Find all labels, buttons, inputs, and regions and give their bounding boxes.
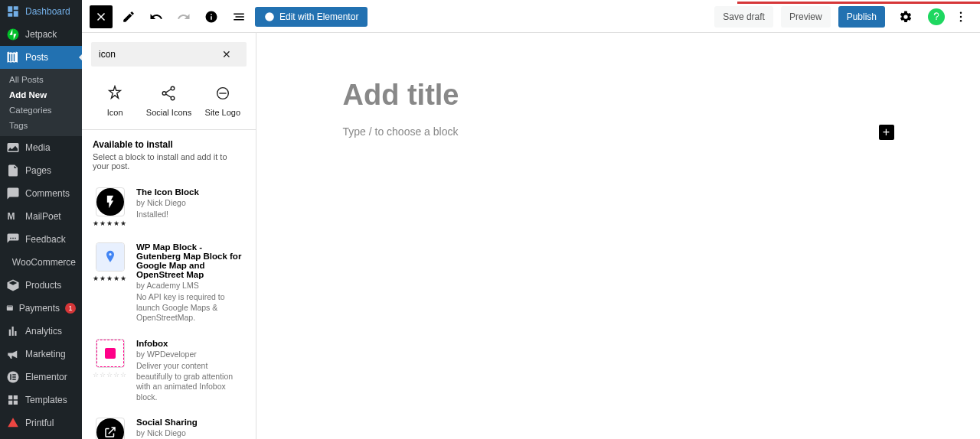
sidebar-label: Feedback: [25, 234, 66, 245]
sidebar-label: Products: [25, 280, 61, 291]
sub-item-tags[interactable]: Tags: [0, 118, 82, 133]
svg-point-11: [960, 20, 962, 21]
svg-point-14: [172, 96, 175, 100]
sub-item-categories[interactable]: Categories: [0, 102, 82, 118]
sub-item-all-posts[interactable]: All Posts: [0, 72, 82, 87]
add-block-button[interactable]: +: [879, 125, 894, 140]
post-title-input[interactable]: Add title: [343, 79, 894, 112]
block-label: Icon: [107, 108, 123, 117]
plugin-title: WP Map Block - Gutenberg Map Block for G…: [136, 242, 245, 279]
search-row: ✕: [91, 42, 247, 67]
block-card-social-icons[interactable]: Social Icons: [145, 85, 191, 117]
block-hint[interactable]: Type / to choose a block: [343, 125, 894, 138]
install-list: ★★★★★ The Icon Block by Nick Diego Insta…: [82, 180, 256, 439]
sidebar-label: MailPoet: [25, 211, 61, 222]
products-icon: [6, 278, 20, 292]
plugin-author: by WPDeveloper: [136, 350, 245, 359]
tools-button[interactable]: [117, 5, 140, 28]
elementor-label: Edit with Elementor: [279, 11, 358, 22]
plugin-desc: No API key is required to launch Google …: [136, 292, 245, 324]
settings-button[interactable]: [894, 5, 917, 28]
svg-text:woo: woo: [6, 262, 7, 263]
more-options-button[interactable]: [949, 5, 972, 28]
pages-icon: [6, 164, 20, 177]
sidebar-item-elementor[interactable]: Elementor: [0, 366, 82, 389]
sidebar-item-posts[interactable]: Posts: [0, 46, 82, 69]
sidebar-item-mailpoet[interactable]: MMailPoet: [0, 205, 82, 228]
dashboard-icon: [6, 5, 20, 18]
posts-icon: [6, 50, 20, 64]
sidebar-label: Templates: [25, 395, 67, 405]
plugin-desc: Deliver your content beautifully to grab…: [136, 361, 245, 403]
redo-button[interactable]: [172, 5, 195, 28]
install-item[interactable]: ★★★★★ Social Sharing by Nick Diego Effor…: [93, 410, 245, 439]
templates-icon: [6, 393, 20, 407]
sidebar-label: Comments: [25, 188, 70, 199]
rating-stars: ★★★★★: [93, 220, 127, 227]
svg-rect-5: [12, 374, 16, 376]
close-inserter-button[interactable]: [90, 5, 113, 28]
sidebar-item-dashboard[interactable]: Dashboard: [0, 0, 82, 23]
info-button[interactable]: [200, 5, 223, 28]
svg-point-13: [163, 92, 167, 96]
sidebar-item-marketing[interactable]: Marketing: [0, 343, 82, 366]
jetpack-icon: [6, 28, 20, 41]
sidebar-item-media[interactable]: Media: [0, 136, 82, 159]
svg-line-16: [166, 94, 172, 98]
available-subtitle: Select a block to install and add it to …: [93, 152, 245, 171]
publish-button[interactable]: Publish: [838, 6, 885, 28]
available-section: Available to install Select a block to i…: [82, 130, 256, 180]
svg-point-0: [8, 29, 19, 41]
sidebar-item-payments[interactable]: Payments1: [0, 297, 82, 320]
admin-sidebar: DashboardJetpackPostsAll PostsAdd NewCat…: [0, 0, 82, 439]
svg-line-15: [166, 89, 172, 93]
sidebar-label: Elementor: [25, 372, 67, 382]
block-results: IconSocial IconsSite Logo: [82, 76, 256, 129]
main-panel: Edit with Elementor Save draft Preview P…: [82, 0, 980, 439]
plugin-thumb: [96, 242, 125, 272]
sidebar-item-analytics[interactable]: Analytics: [0, 320, 82, 343]
sidebar-item-templates[interactable]: Templates: [0, 389, 82, 411]
sidebar-item-woocommerce[interactable]: wooWooCommerce: [0, 251, 82, 274]
plugin-author: by Nick Diego: [136, 198, 199, 207]
block-label: Site Logo: [205, 108, 240, 117]
plugin-author: by Nick Diego: [136, 428, 245, 437]
block-inserter-panel: ✕ IconSocial IconsSite Logo Available to…: [82, 33, 256, 439]
comments-icon: [6, 187, 20, 200]
plugin-thumb: [96, 339, 125, 368]
sidebar-label: Media: [25, 142, 51, 153]
save-draft-button[interactable]: Save draft: [714, 6, 773, 28]
plugin-thumb: [96, 418, 125, 439]
feedback-icon: [6, 233, 20, 246]
install-item[interactable]: ☆☆☆☆☆ Infobox by WPDeveloper Deliver you…: [93, 331, 245, 411]
preview-button[interactable]: Preview: [781, 6, 831, 28]
plugin-title: The Icon Block: [136, 187, 199, 197]
user-avatar[interactable]: [928, 8, 945, 25]
sub-item-add-new[interactable]: Add New: [0, 87, 82, 102]
available-title: Available to install: [93, 139, 245, 150]
plugin-thumb: [96, 187, 125, 216]
sidebar-label: WooCommerce: [12, 257, 76, 268]
sidebar-item-feedback[interactable]: Feedback: [0, 228, 82, 251]
svg-rect-4: [10, 374, 11, 380]
clear-search-icon[interactable]: ✕: [222, 48, 231, 60]
rating-stars: ★★★★★: [93, 275, 127, 282]
sidebar-item-seedprod[interactable]: SeedProd: [0, 434, 82, 439]
sidebar-item-pages[interactable]: Pages: [0, 159, 82, 182]
outline-button[interactable]: [227, 5, 250, 28]
block-card-icon[interactable]: Icon: [92, 85, 138, 117]
svg-text:M: M: [8, 211, 15, 222]
sidebar-item-products[interactable]: Products: [0, 274, 82, 297]
plugin-author: by Academy LMS: [136, 281, 245, 290]
svg-rect-6: [12, 376, 16, 378]
install-item[interactable]: ★★★★★ WP Map Block - Gutenberg Map Block…: [93, 235, 245, 331]
block-card-site-logo[interactable]: Site Logo: [200, 85, 246, 117]
sidebar-item-printful[interactable]: Printful: [0, 411, 82, 434]
install-item[interactable]: ★★★★★ The Icon Block by Nick Diego Insta…: [93, 180, 245, 235]
edit-with-elementor-button[interactable]: Edit with Elementor: [255, 7, 368, 27]
badge: 1: [65, 303, 76, 314]
sidebar-item-jetpack[interactable]: Jetpack: [0, 23, 82, 46]
plugin-title: Social Sharing: [136, 418, 245, 427]
undo-button[interactable]: [145, 5, 168, 28]
sidebar-item-comments[interactable]: Comments: [0, 182, 82, 205]
